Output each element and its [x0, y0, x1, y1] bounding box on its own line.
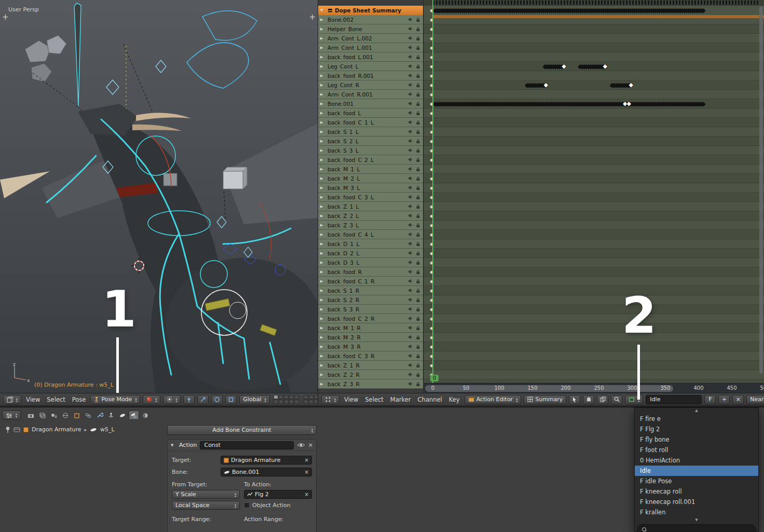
mute-icon[interactable] — [408, 139, 413, 143]
editor-type-button[interactable] — [2, 411, 21, 420]
channel-row[interactable]: ▶Leg_Cont_L — [318, 62, 424, 71]
expand-icon[interactable]: ▶ — [320, 270, 325, 274]
unlink-action-button[interactable]: × — [732, 395, 744, 404]
scroll-up-icon[interactable]: ▲ — [635, 408, 758, 414]
keyframe-chain[interactable]: ◆◆◆◆◆◆◆◆◆◆◆ — [525, 81, 546, 89]
lock-icon[interactable] — [416, 83, 420, 88]
tab-modifiers[interactable] — [94, 411, 105, 420]
lock-icon[interactable] — [416, 204, 420, 209]
mute-icon[interactable] — [408, 17, 413, 22]
scroll-down-icon[interactable]: ▼ — [635, 517, 758, 523]
lock-icon[interactable] — [416, 148, 420, 153]
mute-icon[interactable] — [408, 195, 413, 199]
keyframe-row[interactable]: ◆◆◆◆◆◆◆◆◆◆◆◆◆◆◆◆◆◆◆◆◆◆◆◆◆◆◆ — [424, 62, 764, 71]
lock-icon[interactable] — [416, 316, 420, 321]
keyframe-row[interactable]: ◆ — [424, 174, 764, 183]
lock-icon[interactable] — [416, 120, 420, 125]
keyframe-row[interactable]: ◆ — [424, 267, 764, 277]
keyframe-row[interactable]: ◆ — [424, 193, 764, 202]
channel-row[interactable]: ▶back_food_C_4_L — [318, 230, 424, 239]
clear-bone-icon[interactable]: × — [305, 469, 309, 475]
channel-row[interactable]: ▶back_food_L.001 — [318, 52, 424, 62]
channel-row[interactable]: ▶back_D_2_L — [318, 249, 424, 258]
keyframe-row[interactable]: ◆ — [424, 239, 764, 249]
selected-keyframe[interactable]: ◆ — [562, 63, 566, 70]
action-search-input[interactable] — [637, 524, 756, 532]
target-field[interactable]: Dragon Armature × — [221, 456, 312, 465]
summary-toggle[interactable]: Summary — [524, 395, 566, 404]
menu-view[interactable]: View — [24, 396, 42, 403]
keyframe-row[interactable]: ◆ — [424, 127, 764, 137]
channel-row[interactable]: ▶Leg_Cont_R — [318, 80, 424, 90]
action-menu-item[interactable]: 0 HemiAction — [635, 455, 758, 466]
channel-row[interactable]: ▶back_Z_3_R — [318, 379, 424, 389]
keyframe-row[interactable]: ◆ — [424, 90, 764, 99]
tab-bone-constraints[interactable] — [129, 411, 139, 420]
copy-keyframes-button[interactable] — [597, 395, 608, 404]
expand-icon[interactable]: ▶ — [320, 27, 325, 31]
summary-key-row[interactable]: ◆◆◆◆◆◆◆◆◆◆◆◆◆◆◆◆◆◆◆◆◆◆◆◆◆◆◆◆◆◆◆◆◆◆◆◆◆◆◆◆… — [424, 6, 764, 15]
mute-icon[interactable] — [408, 111, 413, 115]
collapse-icon[interactable]: ▼ — [320, 8, 325, 12]
mute-icon[interactable] — [408, 251, 413, 255]
lock-icon[interactable] — [416, 17, 420, 22]
expand-icon[interactable]: ▶ — [320, 55, 325, 59]
channel-row[interactable]: ▶Helper_Bone — [318, 24, 424, 34]
pivot-point-select[interactable] — [163, 395, 181, 404]
object-action-checkbox[interactable] — [244, 502, 250, 508]
keyframe-row[interactable]: ◆◆◆◆◆◆◆◆◆◆◆◆◆◆◆◆◆◆◆◆◆◆◆◆◆◆◆◆◆◆◆◆◆◆◆◆◆◆◆◆… — [424, 99, 764, 108]
mute-icon[interactable] — [408, 316, 413, 321]
keyframe-chain[interactable]: ◆◆◆◆◆◆◆◆◆◆◆ — [609, 81, 631, 89]
expand-icon[interactable]: ▶ — [320, 158, 325, 162]
channel-select[interactable]: Y Scale — [172, 490, 240, 499]
channel-row[interactable]: ▶back_food_C_1_R — [318, 277, 424, 286]
channel-row[interactable]: ▶back_S_3_R — [318, 305, 424, 314]
manipulator-toggle-button[interactable] — [183, 395, 195, 404]
keyframe-row[interactable]: ◆ — [424, 43, 764, 52]
cursor-tool-button[interactable] — [569, 395, 580, 404]
mute-icon[interactable] — [408, 269, 413, 274]
keyframe-row[interactable]: ◆ — [424, 34, 764, 43]
expand-icon[interactable]: ▶ — [320, 363, 325, 367]
action-menu-item[interactable]: Idle — [635, 466, 758, 476]
channel-row[interactable]: ▶back_food_L — [318, 108, 424, 118]
mute-icon[interactable] — [408, 232, 413, 237]
keyframe-row[interactable]: ◆ — [424, 221, 764, 230]
editor-type-button[interactable] — [321, 395, 339, 404]
lock-icon[interactable] — [416, 36, 420, 41]
channel-row[interactable]: ▶back_D_1_L — [318, 239, 424, 249]
viewport-shading-select[interactable] — [143, 395, 160, 404]
lock-icon[interactable] — [416, 363, 420, 368]
lock-icon[interactable] — [416, 325, 420, 331]
selected-keyframe[interactable]: ◆ — [629, 81, 633, 89]
expand-icon[interactable]: ▶ — [320, 373, 325, 377]
channel-row[interactable]: ▶back_Z_3_L — [318, 221, 424, 230]
keyframe-row[interactable]: ◆ — [424, 230, 764, 239]
mute-icon[interactable] — [408, 73, 413, 78]
selected-keyframe[interactable]: ◆ — [544, 81, 548, 89]
lock-icon[interactable] — [416, 54, 420, 60]
viewport-scene[interactable] — [0, 0, 318, 393]
lock-icon[interactable] — [416, 223, 420, 228]
expand-icon[interactable]: ▶ — [320, 18, 325, 22]
expand-icon[interactable]: ▶ — [320, 139, 325, 143]
layers-widget-2[interactable] — [304, 395, 318, 404]
keyframe-row[interactable]: ◆ — [424, 314, 764, 323]
keyframe-row[interactable]: ◆ — [424, 118, 764, 127]
expand-icon[interactable]: ▶ — [320, 120, 325, 125]
current-frame-line[interactable] — [432, 0, 433, 383]
channel-row[interactable]: ▶back_S_2_R — [318, 295, 424, 305]
expand-icon[interactable]: ▶ — [320, 83, 325, 87]
space-select[interactable]: Local Space — [172, 501, 240, 510]
mute-icon[interactable] — [408, 372, 413, 377]
expand-icon[interactable]: ▶ — [320, 354, 325, 358]
mute-icon[interactable] — [408, 325, 413, 330]
channel-row[interactable]: ▶back_Z_2_L — [318, 211, 424, 221]
channel-row[interactable]: ▶back_Z_1_L — [318, 202, 424, 211]
keyframe-row[interactable]: ◆ — [424, 183, 764, 193]
dopesheet-summary-row[interactable]: ▼ Dope Sheet Summary — [318, 6, 424, 15]
channel-row[interactable]: ▶back_food_C_2_L — [318, 155, 424, 165]
lock-icon[interactable] — [416, 45, 420, 50]
expand-icon[interactable]: ▶ — [320, 148, 325, 153]
expand-icon[interactable]: ▶ — [320, 345, 325, 349]
